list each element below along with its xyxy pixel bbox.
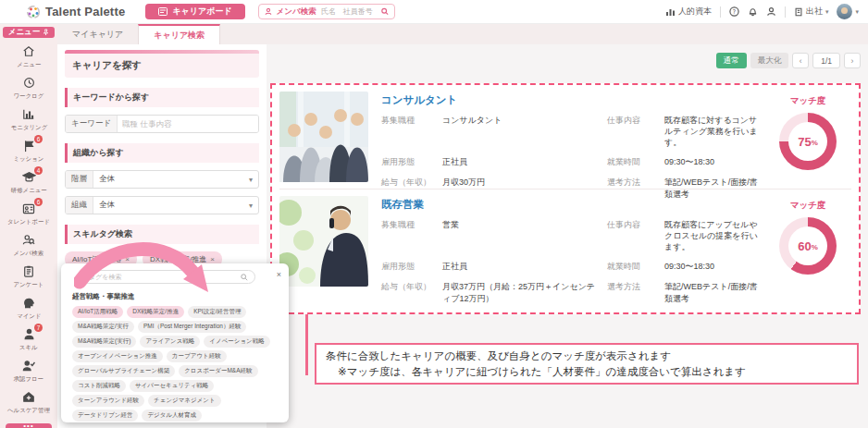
sidebar-item-member-search[interactable]: メンバ検索	[0, 233, 57, 258]
home-icon	[20, 44, 37, 58]
field-label: 雇用形態	[381, 156, 433, 168]
tag-option[interactable]: サイバーセキュリティ戦略	[130, 380, 214, 392]
logo-text: Talent Palette	[45, 5, 125, 18]
building-icon	[794, 7, 803, 17]
annotation-line2: ※マッチ度は、各キャリアに紐づけられた「人材要件」の達成度合いで算出されます	[326, 364, 848, 380]
sidebar-item-label: モニタリング	[10, 123, 47, 131]
career-title-link[interactable]: コンサルタント	[381, 93, 764, 107]
sidebar-menu-header[interactable]: メニュー	[3, 27, 55, 38]
sidebar-item-label: ミッション	[14, 154, 44, 163]
tag-option[interactable]: アライアンス戦略	[140, 336, 200, 348]
member-search-box[interactable]: メンバ検索	[258, 4, 395, 19]
tag-option[interactable]: チェンジマネジメント	[148, 395, 221, 407]
tag-option[interactable]: AI/IoT活用戦略	[72, 306, 123, 318]
match-donut-chart: 60 %	[779, 217, 837, 275]
career-card-consultant: コンサルタント 募集職種 コンサルタント 仕事内容 既存顧客に対するコンサルティ…	[272, 85, 859, 189]
bell-icon[interactable]	[748, 6, 758, 17]
sidebar-item-mind[interactable]: マインド	[0, 296, 57, 321]
tag-option[interactable]: ターンアラウンド経験	[72, 395, 144, 407]
tag-option[interactable]: クロスボーダーM&A経験	[179, 365, 257, 377]
tag-picker-popup: × 経営戦略・事業推進 AI/IoT活用戦略 DX戦略策定/推進 KPI設定/経…	[61, 263, 289, 422]
tab-career-search[interactable]: キャリア検索	[138, 24, 220, 44]
match-gauge: マッチ度 60 %	[764, 196, 851, 287]
keyword-input[interactable]	[118, 116, 258, 132]
career-board-button[interactable]: キャリアボード	[145, 4, 244, 19]
tag-option[interactable]: KPI設定/経営管理	[188, 306, 246, 318]
field-value: 既存顧客に対するコンサルティング業務を行います。	[664, 115, 764, 148]
match-label: マッチ度	[764, 95, 851, 107]
more-menu-button[interactable]: ••• その他	[6, 423, 52, 428]
member-search-input[interactable]	[321, 7, 377, 16]
attendance-status-dropdown[interactable]: 出社 ▾	[794, 6, 829, 18]
sidebar-item-monitoring[interactable]: モニタリング	[0, 107, 57, 132]
close-icon[interactable]: ×	[277, 270, 281, 279]
app-logo[interactable]: Talent Palette	[26, 5, 125, 19]
notification-badge: 4	[34, 166, 43, 175]
human-capital-link[interactable]: 人的資本	[665, 6, 712, 18]
sidebar-item-survey[interactable]: アンケート	[0, 264, 57, 289]
tag-option[interactable]: オープンイノベーション推進	[72, 350, 163, 362]
sidebar-item-menu[interactable]: メニュー	[0, 44, 57, 69]
field-label: 仕事内容	[607, 219, 655, 252]
ellipsis-icon: •••	[23, 423, 33, 428]
field-value: 月収37万円（月給：25万円＋インセンティブ12万円）	[442, 281, 598, 303]
career-board-label: キャリアボード	[172, 6, 231, 18]
notification-badge: 6	[34, 198, 43, 206]
keyword-input-group: キーワード	[65, 115, 259, 133]
clock-icon	[20, 76, 37, 90]
sidebar-item-skill[interactable]: 7 スキル	[0, 327, 57, 352]
tag-option[interactable]: デジタル人材育成	[142, 410, 202, 422]
sidebar-item-worklog[interactable]: ワークログ	[0, 76, 57, 101]
tag-option[interactable]: PMI（Post Merger Integration）経験	[138, 321, 246, 333]
normal-view-button[interactable]: 通常	[716, 53, 747, 68]
sidebar-item-label: メンバ検索	[14, 249, 44, 257]
sidebar-item-approval[interactable]: 承認フロー	[0, 359, 57, 384]
sidebar-item-training[interactable]: 4 研修メニュー	[0, 170, 57, 195]
tag-option[interactable]: グローバルサプライチェーン構築	[72, 365, 175, 377]
tag-option[interactable]: カーブアウト経験	[167, 350, 227, 362]
tag-search-input[interactable]	[89, 274, 241, 280]
tag-option[interactable]: データドリブン経営	[72, 410, 138, 422]
notification-badge: 6	[34, 135, 43, 143]
healthcare-icon	[20, 390, 37, 404]
user-menu[interactable]: ▾	[837, 4, 859, 19]
sidebar-item-talent-board[interactable]: 6 タレントボード	[0, 202, 57, 226]
skill-section-header: スキルタグ検索	[65, 225, 259, 244]
org-select[interactable]: 全体	[93, 197, 258, 214]
tag-option[interactable]: M&A戦略策定(実行)	[72, 336, 136, 348]
career-results-box: コンサルタント 募集職種 コンサルタント 仕事内容 既存顧客に対するコンサルティ…	[270, 83, 861, 314]
field-value: 既存顧客にアップセルやクロスセルの提案を行います。	[664, 219, 764, 252]
chevron-down-icon: ▾	[825, 8, 829, 16]
member-search-label: メンバ検索	[277, 6, 316, 18]
sidebar-item-mission[interactable]: 6 ミッション	[0, 139, 57, 164]
tag-option[interactable]: DX戦略策定/推進	[127, 306, 184, 318]
sidebar-item-healthcare[interactable]: ヘルスケア管理	[0, 390, 57, 415]
person-icon[interactable]	[766, 6, 776, 17]
field-value: 営業	[442, 219, 598, 252]
hierarchy-select[interactable]: 全体	[93, 171, 258, 188]
maximize-view-button[interactable]: 最大化	[750, 53, 789, 68]
match-percent: 75	[798, 135, 811, 149]
field-label: 仕事内容	[607, 115, 655, 148]
attendance-status-label: 出社	[806, 6, 823, 18]
tag-option[interactable]: イノベーション戦略	[204, 336, 269, 348]
field-value: 筆記/WEBテスト/面接/書類選考	[664, 281, 764, 303]
search-icon	[241, 274, 248, 281]
career-title-link[interactable]: 既存営業	[381, 198, 764, 212]
help-icon[interactable]: ?	[729, 6, 739, 17]
prev-page-button[interactable]: ‹	[792, 53, 809, 68]
talent-board-icon: 6	[20, 202, 37, 215]
tag-option[interactable]: コスト削減戦略	[72, 380, 126, 392]
org-label: 組織	[66, 197, 93, 214]
remove-tag-icon[interactable]: ×	[210, 255, 215, 263]
next-page-button[interactable]: ›	[844, 53, 861, 68]
remove-tag-icon[interactable]: ×	[125, 255, 130, 263]
tag-search-box[interactable]	[81, 270, 255, 284]
panel-title: キャリアを探す	[65, 54, 259, 78]
chevron-down-icon: ▾	[855, 8, 859, 16]
field-label: 給与（年収）	[381, 281, 433, 303]
search-icon[interactable]	[381, 7, 389, 16]
tab-my-career[interactable]: マイキャリア	[57, 24, 138, 44]
tag-option[interactable]: M&A戦略策定/実行	[72, 321, 134, 333]
board-icon	[158, 7, 167, 16]
